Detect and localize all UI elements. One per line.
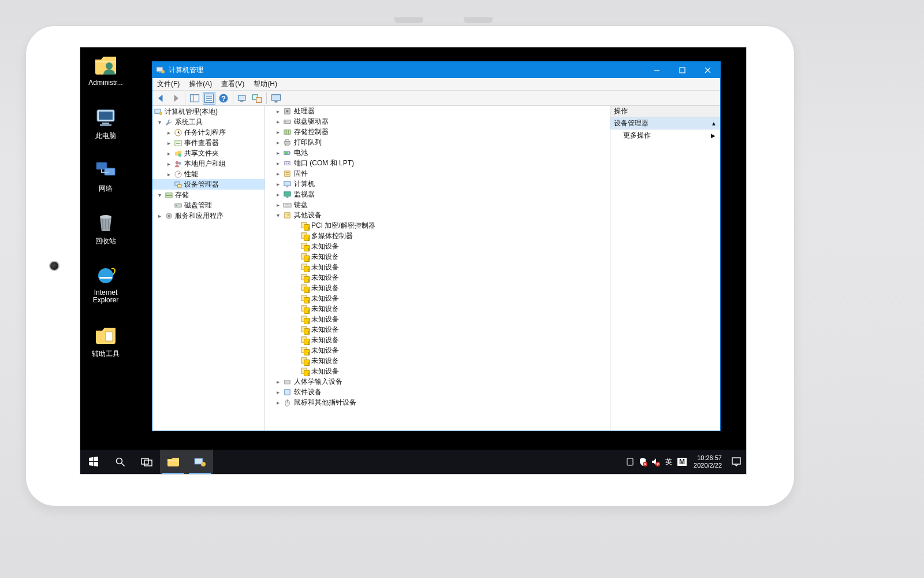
actions-selected-item[interactable]: 设备管理器 ▲ <box>610 117 720 129</box>
actions-more[interactable]: 更多操作 ▶ <box>610 129 720 141</box>
tree-device-manager[interactable]: 设备管理器 <box>152 179 264 190</box>
tree-services-apps[interactable]: ▸ 服务和应用程序 <box>152 210 264 221</box>
chevron-right-icon[interactable]: ▸ <box>274 399 281 406</box>
tree-disk-mgmt[interactable]: 磁盘管理 <box>152 200 264 210</box>
device-row[interactable]: ▸人体学输入设备 <box>265 376 610 387</box>
device-row[interactable]: PCI 加密/解密控制器 <box>265 220 610 231</box>
device-row[interactable]: ▸磁盘驱动器 <box>265 116 610 127</box>
center-device-pane[interactable]: ▸处理器▸磁盘驱动器▸存储控制器▸打印队列▸电池▸端口 (COM 和 LPT)▸… <box>265 106 610 431</box>
chevron-right-icon[interactable]: ▸ <box>274 170 281 177</box>
taskbar-computer-management[interactable] <box>187 450 213 474</box>
taskbar-notifications[interactable] <box>726 450 746 474</box>
menu-file[interactable]: 文件(F) <box>152 79 184 89</box>
device-row[interactable]: ▸电池 <box>265 147 610 158</box>
chevron-right-icon[interactable]: ▸ <box>274 139 281 146</box>
device-row[interactable]: 未知设备 <box>265 262 610 272</box>
toolbar-scan[interactable] <box>236 92 249 105</box>
device-row[interactable]: ▸软件设备 <box>265 387 610 397</box>
minimize-button[interactable] <box>644 62 669 78</box>
desktop-icon-recycle-bin[interactable]: 回收站 <box>82 210 129 246</box>
tray-volume-icon[interactable] <box>651 457 660 466</box>
tree-local-users[interactable]: ▸ 本地用户和组 <box>152 158 264 169</box>
taskbar-file-explorer[interactable] <box>160 450 187 474</box>
device-row[interactable]: 未知设备 <box>265 314 610 324</box>
chevron-right-icon[interactable]: ▸ <box>156 212 163 219</box>
device-row[interactable]: ▸鼠标和其他指针设备 <box>265 397 610 407</box>
toolbar-device-details[interactable] <box>251 92 263 105</box>
device-row[interactable]: 未知设备 <box>265 366 610 376</box>
toolbar-show-hide[interactable] <box>188 92 201 105</box>
toolbar-remote[interactable] <box>270 92 282 105</box>
device-row[interactable]: 未知设备 <box>265 283 610 293</box>
device-row[interactable]: ▸监视器 <box>265 189 610 199</box>
left-tree-pane[interactable]: 计算机管理(本地) ▾ 系统工具 ▸ 任务计划程序 <box>152 106 265 431</box>
device-row[interactable]: 未知设备 <box>265 241 610 251</box>
taskbar-search[interactable] <box>107 450 133 474</box>
system-tray[interactable]: 英 M <box>625 457 689 468</box>
chevron-down-icon[interactable]: ▾ <box>156 118 163 125</box>
device-row[interactable]: 未知设备 <box>265 335 610 345</box>
toolbar-help[interactable]: ? <box>217 92 230 105</box>
chevron-right-icon[interactable]: ▸ <box>274 108 281 114</box>
tray-ime-lang[interactable]: 英 <box>664 457 674 468</box>
device-row[interactable]: ▸键盘 <box>265 199 610 210</box>
chevron-right-icon[interactable]: ▸ <box>274 201 281 208</box>
tree-storage[interactable]: ▾ 存储 <box>152 190 264 200</box>
chevron-right-icon[interactable]: ▸ <box>274 378 281 385</box>
tree-system-tools[interactable]: ▾ 系统工具 <box>152 117 264 127</box>
device-row[interactable]: ▸存储控制器 <box>265 127 610 137</box>
desktop[interactable]: Administr... 此电脑 网络 回收站 <box>80 47 746 450</box>
chevron-right-icon[interactable]: ▸ <box>274 160 281 166</box>
taskbar-taskview[interactable] <box>133 450 160 474</box>
tree-performance[interactable]: ▸ 性能 <box>152 169 264 179</box>
chevron-down-icon[interactable]: ▾ <box>156 191 163 198</box>
chevron-right-icon[interactable]: ▸ <box>165 150 172 157</box>
device-row[interactable]: ▸处理器 <box>265 106 610 116</box>
desktop-icon-administrator[interactable]: Administr... <box>82 53 129 87</box>
device-row[interactable]: ▸端口 (COM 和 LPT) <box>265 158 610 168</box>
chevron-right-icon[interactable]: ▸ <box>274 149 281 156</box>
toolbar-forward[interactable] <box>169 92 182 105</box>
close-button[interactable] <box>695 62 720 78</box>
menu-action[interactable]: 操作(A) <box>184 79 217 89</box>
tray-security-icon[interactable] <box>638 457 647 466</box>
device-row[interactable]: 未知设备 <box>265 345 610 355</box>
desktop-icon-tools[interactable]: 辅助工具 <box>82 323 129 359</box>
device-row[interactable]: 未知设备 <box>265 303 610 314</box>
chevron-right-icon[interactable]: ▸ <box>165 139 172 146</box>
device-row[interactable]: 未知设备 <box>265 355 610 366</box>
maximize-button[interactable] <box>669 62 695 78</box>
device-row[interactable]: 未知设备 <box>265 272 610 283</box>
chevron-right-icon[interactable]: ▸ <box>165 171 172 177</box>
device-row[interactable]: ▾?其他设备 <box>265 210 610 220</box>
tree-event-viewer[interactable]: ▸ 事件查看器 <box>152 138 264 148</box>
chevron-right-icon[interactable]: ▸ <box>274 388 281 395</box>
desktop-icon-this-pc[interactable]: 此电脑 <box>82 105 129 141</box>
device-row[interactable]: ▸固件 <box>265 168 610 179</box>
chevron-right-icon[interactable]: ▸ <box>274 180 281 187</box>
device-row[interactable]: 未知设备 <box>265 324 610 335</box>
device-row[interactable]: ▸打印队列 <box>265 137 610 147</box>
desktop-icon-network[interactable]: 网络 <box>82 158 129 194</box>
chevron-right-icon[interactable]: ▸ <box>274 191 281 198</box>
device-row[interactable]: 未知设备 <box>265 293 610 303</box>
chevron-right-icon[interactable]: ▸ <box>165 160 172 167</box>
tree-root[interactable]: 计算机管理(本地) <box>152 106 264 117</box>
toolbar-properties[interactable] <box>203 92 215 105</box>
menu-view[interactable]: 查看(V) <box>217 79 249 89</box>
device-row[interactable]: 多媒体控制器 <box>265 231 610 241</box>
toolbar-back[interactable] <box>155 92 167 105</box>
window-titlebar[interactable]: 计算机管理 <box>152 62 720 78</box>
chevron-down-icon[interactable]: ▾ <box>274 212 281 218</box>
tray-tablet-mode-icon[interactable] <box>625 457 635 466</box>
tree-shared-folders[interactable]: ▸ 共享文件夹 <box>152 148 264 158</box>
chevron-right-icon[interactable]: ▸ <box>274 128 281 135</box>
taskbar-clock[interactable]: 10:26:57 2020/2/22 <box>689 454 726 469</box>
menu-help[interactable]: 帮助(H) <box>249 79 282 89</box>
tree-task-scheduler[interactable]: ▸ 任务计划程序 <box>152 127 264 138</box>
start-button[interactable] <box>80 450 107 474</box>
tray-ime-mode[interactable]: M <box>677 458 687 466</box>
device-row[interactable]: ▸计算机 <box>265 179 610 189</box>
device-row[interactable]: 未知设备 <box>265 251 610 262</box>
chevron-right-icon[interactable]: ▸ <box>274 118 281 125</box>
